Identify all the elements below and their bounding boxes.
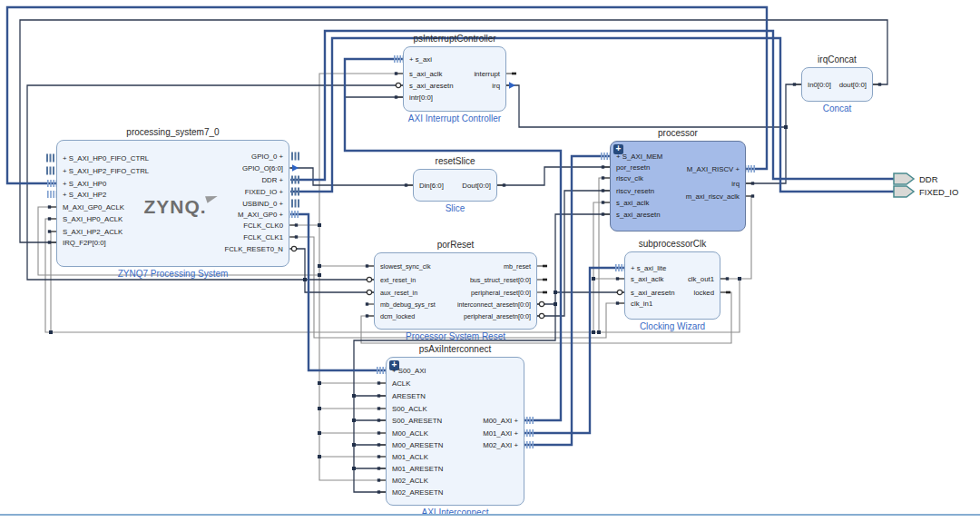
- block-type-label: AXI Interrupt Controller: [403, 113, 506, 123]
- block-porreset[interactable]: porResetProcessor System Resetslowest_sy…: [374, 252, 537, 330]
- port-processor-irq[interactable]: irq: [731, 179, 740, 189]
- port-psaxiinterconnect-m01-aclk[interactable]: M01_ACLK: [392, 452, 428, 462]
- port-psaxiinterconnect-aclk[interactable]: ACLK: [392, 379, 410, 389]
- port-psaxiinterconnect-m02-axi[interactable]: M02_AXI +: [483, 440, 518, 450]
- port-processing-system7-0-gpio-o-6-0[interactable]: GPIO_O[6:0]: [242, 163, 283, 173]
- port-processor-por-resetn[interactable]: por_resetn: [616, 163, 650, 172]
- port-processor-riscv-clk[interactable]: riscv_clk: [616, 173, 643, 183]
- port-psinterruptcontroller-interrupt[interactable]: interrupt: [474, 69, 500, 79]
- port-porreset-peripheral-aresetn-0-0[interactable]: peripheral_aresetn[0:0]: [464, 311, 531, 321]
- port-subprocessorclk-clk-in1[interactable]: clk_in1: [631, 299, 652, 309]
- wire-sig[interactable]: [305, 280, 374, 292]
- block-body-subprocessorclk[interactable]: [624, 251, 720, 320]
- port-subprocessorclk-s-axi-lite[interactable]: + s_axi_lite: [631, 263, 666, 273]
- port-processing-system7-0-s-axi-hp2[interactable]: + S_AXI_HP2: [63, 190, 106, 200]
- wire-junction: [352, 443, 356, 447]
- port-porreset-slowest-sync-clk[interactable]: slowest_sync_clk: [380, 261, 431, 271]
- block-title: psAxiInterconnect: [386, 344, 524, 354]
- port-subprocessorclk-clk-out1[interactable]: clk_out1: [688, 274, 714, 284]
- canvas-bottom-border: [0, 514, 980, 516]
- port-processing-system7-0-s-axi-hp0-fifo-ctrl[interactable]: + S_AXI_HP0_FIFO_CTRL: [63, 153, 149, 163]
- external-port-ddr[interactable]: DDR: [894, 173, 938, 184]
- port-processing-system7-0-fclk-reset0-n[interactable]: FCLK_RESET0_N: [224, 244, 283, 254]
- block-irqconcat[interactable]: irqConcatConcatIn0[0:0]dout[0:0]: [801, 67, 873, 102]
- port-processing-system7-0-fclk-clk0[interactable]: FCLK_CLK0: [243, 221, 283, 231]
- port-psaxiinterconnect-m01-axi[interactable]: M01_AXI +: [483, 428, 518, 438]
- port-porreset-interconnect-aresetn-0-0[interactable]: interconnect_aresetn[0:0]: [457, 300, 531, 310]
- port-psaxiinterconnect-aresetn[interactable]: ARESETN: [392, 391, 426, 401]
- block-subprocessorclk[interactable]: subprocessorClkClocking Wizard+ s_axi_li…: [624, 251, 720, 320]
- wire-junction: [592, 277, 595, 281]
- port-processing-system7-0-ddr[interactable]: DDR +: [261, 175, 283, 185]
- port-psinterruptcontroller-intr-0-0[interactable]: intr[0:0]: [409, 93, 433, 103]
- port-resetslice-dout-0-0[interactable]: Dout[0:0]: [462, 181, 491, 191]
- wire-junction: [318, 273, 321, 277]
- svg-text:DDR: DDR: [919, 174, 938, 184]
- port-processing-system7-0-m-axi-gp0[interactable]: M_AXI_GP0 +: [238, 210, 283, 220]
- external-port-fixed-io[interactable]: FIXED_IO: [894, 186, 958, 197]
- port-porreset-aux-reset-in[interactable]: aux_reset_in: [380, 288, 417, 298]
- port-processor-s-axi-aclk[interactable]: s_axi_aclk: [616, 198, 649, 208]
- port-processing-system7-0-irq-f2p-0-0[interactable]: IRQ_F2P[0:0]: [63, 238, 106, 248]
- port-psaxiinterconnect-m00-aresetn[interactable]: M00_ARESETN: [392, 440, 443, 450]
- port-psinterruptcontroller-s-axi[interactable]: + s_axi: [409, 54, 432, 64]
- wire-junction: [318, 407, 321, 410]
- port-processing-system7-0-s-axi-hp2-fifo-ctrl[interactable]: + S_AXI_HP2_FIFO_CTRL: [63, 166, 149, 176]
- port-processing-system7-0-s-axi-hp0-aclk[interactable]: S_AXI_HP0_ACLK: [63, 214, 122, 224]
- port-porreset-mb-reset[interactable]: mb_reset: [504, 261, 531, 271]
- wire-junction: [352, 467, 356, 470]
- port-psaxiinterconnect-s00-aclk[interactable]: S00_ACLK: [392, 404, 427, 414]
- wire-sig[interactable]: [497, 167, 610, 185]
- block-design-canvas: DDRFIXED_IO processing_system7_0ZYNQ7 Pr…: [0, 0, 980, 522]
- port-porreset-ext-reset-in[interactable]: ext_reset_in: [380, 275, 416, 285]
- port-psinterruptcontroller-s-axi-aclk[interactable]: s_axi_aclk: [409, 69, 442, 79]
- port-porreset-dcm-locked[interactable]: dcm_locked: [380, 311, 415, 321]
- port-psaxiinterconnect-s00-aresetn[interactable]: S00_ARESETN: [392, 416, 442, 426]
- port-processor-m-axi-riscv-aclk[interactable]: m_axi_riscv_aclk: [686, 192, 740, 202]
- port-psinterruptcontroller-irq[interactable]: irq: [492, 81, 500, 91]
- port-processing-system7-0-usbind-0[interactable]: USBIND_0 +: [242, 199, 283, 209]
- port-porreset-peripheral-reset-0-0[interactable]: peripheral_reset[0:0]: [471, 288, 531, 298]
- block-psinterruptcontroller[interactable]: psInterruptControllerAXI Interrupt Contr…: [403, 46, 506, 112]
- wire-junction: [318, 431, 321, 435]
- port-subprocessorclk-s-axi-aresetn[interactable]: s_axi_aresetn: [631, 288, 675, 298]
- block-resetslice[interactable]: resetSliceSliceDin[6:0]Dout[0:0]: [413, 169, 497, 202]
- port-psaxiinterconnect-m00-axi[interactable]: M00_AXI +: [483, 416, 518, 426]
- block-title: processor: [610, 128, 746, 138]
- block-title: porReset: [374, 240, 537, 250]
- wire-bus[interactable]: [524, 156, 610, 445]
- block-title: irqConcat: [801, 54, 873, 64]
- block-type-label: Slice: [413, 203, 497, 213]
- port-psinterruptcontroller-s-axi-aresetn[interactable]: s_axi_aresetn: [409, 81, 454, 91]
- port-processing-system7-0-gpio-0[interactable]: GPIO_0 +: [251, 152, 283, 162]
- port-processing-system7-0-s-axi-hp2-aclk[interactable]: S_AXI_HP2_ACLK: [63, 227, 122, 237]
- port-resetslice-din-6-0[interactable]: Din[6:0]: [419, 181, 444, 191]
- port-irqconcat-in0-0-0[interactable]: In0[0:0]: [808, 80, 831, 90]
- port-subprocessorclk-locked[interactable]: locked: [693, 288, 714, 298]
- port-irqconcat-dout-0-0[interactable]: dout[0:0]: [839, 80, 867, 90]
- port-processing-system7-0-fixed-io[interactable]: FIXED_IO +: [245, 187, 283, 197]
- port-processing-system7-0-m-axi-gp0-aclk[interactable]: M_AXI_GP0_ACLK: [63, 202, 124, 212]
- wire-junction: [318, 264, 321, 268]
- port-psaxiinterconnect-m02-aresetn[interactable]: M02_ARESETN: [392, 488, 443, 497]
- port-subprocessorclk-s-axi-aclk[interactable]: s_axi_aclk: [631, 274, 663, 284]
- wire-junction: [303, 278, 307, 281]
- port-porreset-bus-struct-reset-0-0[interactable]: bus_struct_reset[0:0]: [470, 275, 531, 285]
- block-processor[interactable]: processor++ S_AXI_MEMpor_resetnriscv_clk…: [610, 141, 746, 231]
- wire-sig[interactable]: [506, 84, 801, 127]
- wire-sig[interactable]: [290, 168, 413, 185]
- port-porreset-mb-debug-sys-rst[interactable]: mb_debug_sys_rst: [380, 300, 436, 310]
- port-psaxiinterconnect-m02-aclk[interactable]: M02_ACLK: [392, 476, 428, 486]
- port-processor-m-axi-riscv[interactable]: M_AXI_RISCV +: [687, 164, 740, 174]
- port-psaxiinterconnect-s00-axi[interactable]: + S00_AXI: [392, 366, 426, 376]
- wire-junction: [352, 394, 356, 398]
- port-processor-s-axi-aresetn[interactable]: s_axi_aresetn: [616, 210, 661, 220]
- port-processing-system7-0-fclk-clk1[interactable]: FCLK_CLK1: [243, 232, 283, 242]
- port-psaxiinterconnect-m01-aresetn[interactable]: M01_ARESETN: [392, 464, 443, 474]
- port-processor-riscv-resetn[interactable]: riscv_resetn: [616, 186, 654, 196]
- port-processing-system7-0-s-axi-hp0[interactable]: + S_AXI_HP0: [63, 179, 106, 189]
- block-processing-system7-0[interactable]: processing_system7_0ZYNQ7 Processing Sys…: [56, 140, 289, 267]
- port-psaxiinterconnect-m00-aclk[interactable]: M00_ACLK: [392, 428, 428, 438]
- port-processor-s-axi-mem[interactable]: + S_AXI_MEM: [616, 152, 662, 162]
- block-psaxiinterconnect[interactable]: psAxiInterconnectAXI Interconnect++ S00_…: [386, 357, 524, 506]
